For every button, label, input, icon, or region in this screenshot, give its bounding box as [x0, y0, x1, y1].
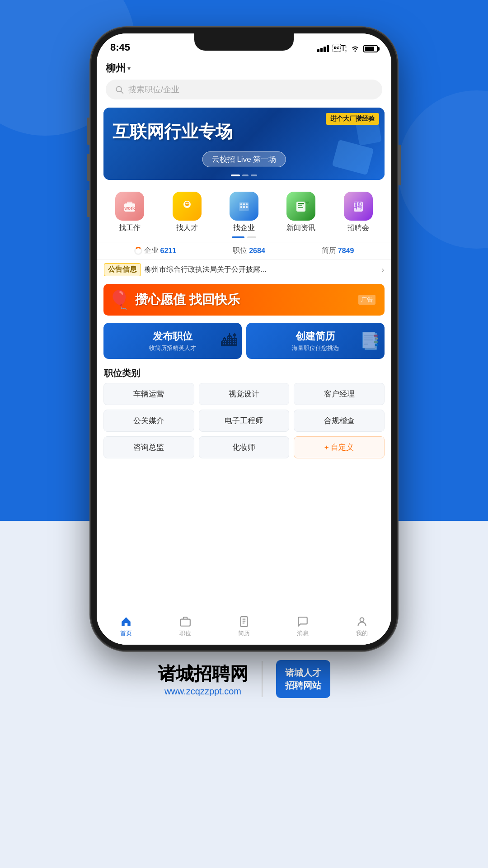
- svg-rect-14: [240, 206, 242, 208]
- svg-rect-13: [246, 203, 248, 205]
- svg-rect-18: [298, 203, 304, 204]
- category-item[interactable]: 视觉设计: [199, 383, 290, 405]
- page-dots: [97, 236, 391, 242]
- svg-point-29: [360, 618, 364, 622]
- resumes-value: 7849: [338, 247, 354, 255]
- svg-text:new: new: [305, 201, 309, 204]
- tab-messages-label: 消息: [297, 629, 309, 637]
- stat-jobs: 职位 2684: [233, 246, 265, 255]
- notch: [194, 33, 294, 51]
- news-label: 新闻资讯: [286, 223, 315, 233]
- create-resume-button[interactable]: 📑 创建简历 海量职位任您挑选: [246, 323, 385, 359]
- brand-name-part2: 招聘网: [194, 664, 248, 684]
- company-icon-box: [230, 192, 258, 221]
- tab-home-label: 首页: [120, 629, 132, 637]
- resume-subtitle: 海量职位任您挑选: [292, 344, 339, 352]
- resume-decoration: 📑: [360, 331, 380, 350]
- svg-rect-16: [246, 206, 248, 208]
- svg-rect-19: [298, 205, 302, 206]
- tab-profile[interactable]: 我的: [356, 616, 368, 637]
- notice-text: 柳州市综合行政执法局关于公开披露...: [145, 265, 378, 274]
- stats-bar: 企业 6211 职位 2684 简历 7849: [97, 242, 391, 259]
- svg-rect-12: [243, 203, 245, 205]
- quick-icon-news[interactable]: new 新闻资讯: [286, 192, 315, 233]
- ad-text: 攒心愿值 找回快乐: [135, 291, 240, 308]
- category-item[interactable]: 电子工程师: [199, 410, 290, 432]
- notice-bar[interactable]: 公告信息 柳州市综合行政执法局关于公开披露... ›: [97, 259, 391, 280]
- chevron-down-icon: ▾: [127, 65, 131, 72]
- quick-icon-work[interactable]: work 找工作: [115, 192, 144, 233]
- home-icon: [120, 616, 132, 627]
- notice-tag: 公告信息: [104, 263, 141, 276]
- banner[interactable]: 进个大厂攒经验 互联网行业专场 云校招 Live 第一场: [103, 108, 385, 180]
- svg-rect-11: [240, 203, 242, 205]
- work-icon-box: work: [115, 192, 144, 221]
- category-item[interactable]: 客户经理: [294, 383, 385, 405]
- post-subtitle: 收简历招精英人才: [149, 344, 196, 352]
- phone-screen: 8:45 T;: [97, 33, 391, 645]
- svg-text:聘: 聘: [354, 201, 362, 210]
- svg-point-9: [187, 203, 188, 204]
- svg-rect-15: [243, 206, 245, 208]
- category-item[interactable]: 化妆师: [199, 436, 290, 458]
- tab-profile-label: 我的: [356, 629, 368, 637]
- notice-arrow-icon: ›: [382, 266, 384, 274]
- tab-jobs-label: 职位: [179, 629, 191, 637]
- quick-icon-recruit[interactable]: 聘 招聘会: [344, 192, 373, 233]
- tab-resume-label: 简历: [238, 629, 250, 637]
- quick-icon-talent[interactable]: 找人才: [173, 192, 202, 233]
- search-bar[interactable]: 搜索职位/企业: [106, 80, 382, 99]
- news-icon-box: new: [286, 192, 315, 221]
- banner-title: 互联网行业专场: [113, 120, 233, 143]
- tab-jobs[interactable]: 职位: [179, 616, 191, 637]
- brand-badge: 诸城人才招聘网站: [276, 660, 330, 698]
- category-item[interactable]: 合规稽查: [294, 410, 385, 432]
- tab-resume[interactable]: 简历: [238, 616, 250, 637]
- resume-icon: [238, 616, 250, 627]
- signal-icon: [317, 45, 329, 52]
- city-selector[interactable]: 柳州 ▾: [106, 61, 382, 75]
- company-value: 6211: [160, 247, 177, 255]
- svg-line-2: [121, 91, 123, 93]
- svg-point-8: [185, 203, 187, 204]
- ad-decoration: 🎈: [108, 289, 131, 311]
- work-label: 找工作: [119, 223, 141, 233]
- jobs-icon: [179, 616, 191, 627]
- category-custom[interactable]: + 自定义: [294, 436, 385, 458]
- svg-point-0: [355, 51, 356, 52]
- tab-home[interactable]: 首页: [120, 616, 132, 637]
- category-item[interactable]: 咨询总监: [103, 436, 194, 458]
- spinner-icon: [134, 247, 142, 255]
- status-time: 8:45: [110, 42, 130, 53]
- wifi-icon: [351, 45, 360, 52]
- header: 柳州 ▾ 搜索职位/企业: [97, 57, 391, 103]
- page-dot-1: [232, 236, 244, 238]
- quick-icon-company[interactable]: 找企业: [230, 192, 258, 233]
- category-item[interactable]: 车辆运营: [103, 383, 194, 405]
- brand-name: 诸城招聘网: [158, 661, 248, 686]
- svg-rect-24: [180, 619, 190, 626]
- svg-rect-4: [127, 202, 132, 204]
- status-icons: T;: [317, 44, 378, 53]
- banner-tag: 进个大厂攒经验: [326, 113, 379, 125]
- banner-subtitle: 云校招 Live 第一场: [202, 151, 286, 167]
- profile-icon: [356, 616, 368, 627]
- city-name: 柳州: [106, 61, 126, 75]
- post-job-button[interactable]: 🏙 发布职位 收简历招精英人才: [103, 323, 242, 359]
- category-grid: 车辆运营 视觉设计 客户经理 公关媒介 电子工程师 合规稽查 咨询总监 化妆师 …: [97, 383, 391, 463]
- tab-messages[interactable]: 消息: [297, 616, 309, 637]
- brand-name-part1: 诸城: [158, 664, 194, 684]
- quick-icons: work 找工作 找人才 找企业: [97, 184, 391, 236]
- wifi-icon: T;: [333, 44, 347, 53]
- jobs-label: 职位: [233, 246, 247, 255]
- ad-banner[interactable]: 🎈 攒心愿值 找回快乐 广告: [103, 284, 385, 316]
- phone-mockup: 8:45 T;: [90, 27, 398, 651]
- jobs-value: 2684: [249, 247, 265, 255]
- search-placeholder: 搜索职位/企业: [128, 84, 179, 95]
- svg-rect-20: [298, 207, 303, 208]
- category-item[interactable]: 公关媒介: [103, 410, 194, 432]
- stat-resumes: 简历 7849: [322, 246, 354, 255]
- brand-url: www.zcqzzppt.com: [158, 686, 248, 697]
- resumes-label: 简历: [322, 246, 336, 255]
- action-buttons: 🏙 发布职位 收简历招精英人才 📑 创建简历 海量职位任您挑选: [97, 319, 391, 363]
